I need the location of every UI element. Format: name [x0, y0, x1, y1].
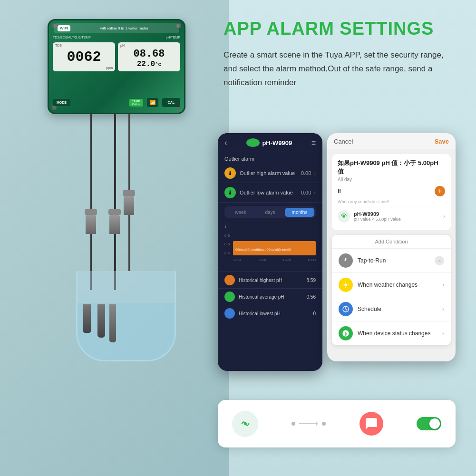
wifi-btn[interactable]: 📶 [147, 98, 158, 107]
hist-label-avg: Historical average pH [239, 294, 307, 300]
flow-arrow-head [316, 421, 321, 426]
device-name: pH-W9909 [262, 139, 292, 146]
probe-tip-mid [109, 304, 116, 342]
flow-message-icon [359, 412, 383, 436]
flow-line [299, 423, 318, 424]
left-label: TDS/EC/SALT/S.G/TEMP [53, 36, 91, 39]
tds-label: TDS [55, 44, 62, 47]
sun-icon [342, 281, 350, 289]
device-status-icon-wrap [339, 326, 353, 340]
toggle-switch[interactable] [417, 417, 441, 430]
tds-value: 0062 [57, 49, 111, 65]
hist-row-low: Historical lowest pH 0 [218, 305, 322, 321]
hist-icon-high [224, 275, 235, 285]
y-label-1: 1 [224, 224, 230, 229]
alarm-low-label: Outlier low alarm value [240, 190, 301, 195]
title-area: APP ALARM SETTINGS Create a smart scene … [223, 19, 466, 89]
tds-unit: ppm [106, 66, 113, 69]
if-section: If + [338, 186, 445, 196]
phone-right: Cancel Save 如果pH-W9909 pH 值：小于 5.00pH 值 … [327, 133, 456, 361]
tab-week[interactable]: week [226, 208, 255, 217]
x-labels: 12/24 12/26 12/28 12/30 [233, 258, 316, 262]
save-button[interactable]: Save [435, 138, 449, 145]
page-title: APP ALARM SETTINGS [223, 19, 466, 39]
cancel-button[interactable]: Cancel [334, 138, 353, 145]
tap-icon [342, 257, 350, 264]
alarm-high-row[interactable]: 🌡 Outlier high alarm value 0.00 › [218, 164, 322, 183]
ac-row-device-status[interactable]: When device status changes › [332, 321, 451, 345]
wifi-area: WIFI wifi online 6 in 1 water meter [54, 23, 179, 33]
alarm-low-icon: 🌡 [224, 187, 236, 198]
hist-row-avg: Historical average pH 0.56 [218, 288, 322, 305]
chart-y-labels: 1 0.8 0.6 0.4 [224, 224, 230, 255]
hist-value-low: 0 [313, 311, 316, 316]
hist-icon-low [224, 308, 235, 319]
svg-point-4 [342, 215, 345, 217]
device-condition-sub: pH value < 5.00pH value [354, 217, 443, 222]
water-glass [67, 257, 185, 361]
meter-displays: TDS 0062 ppm pH 08.68 22.0°C [53, 42, 180, 71]
cal-button[interactable]: CAL [162, 98, 180, 107]
clock-icon [342, 305, 350, 313]
weather-icon-wrap [339, 278, 353, 292]
hist-value-high: 8.59 [307, 278, 316, 283]
probe-tip-right [97, 304, 105, 338]
alarm-low-value: 0.00 [301, 190, 311, 195]
hist-value-avg: 0.56 [307, 294, 316, 300]
hist-label-low: Historical lowest pH [239, 311, 313, 316]
wifi-icon: WIFI [58, 25, 70, 31]
connector-left [85, 209, 97, 234]
weather-label: When weather changes [358, 282, 442, 288]
chart-area: 1 0.8 0.6 0.4 ûûnuruûûnuruûûnuruûûnuruûû… [224, 222, 316, 270]
meter-buttons: MODE TEMPCAL/+ 📶 CAL [53, 98, 180, 107]
schedule-chevron: › [442, 306, 444, 312]
connector-mid [108, 209, 121, 234]
ph-display: pH 08.68 22.0°C [118, 42, 180, 71]
probes-area [76, 114, 152, 390]
message-svg [365, 417, 378, 430]
chart-svg: ûûnuruûûnuruûûnuruûûnuruûûnuruûû [233, 224, 316, 255]
device-status-label: When device status changes [358, 330, 442, 337]
flow-dot-1 [291, 422, 295, 426]
ac-row-tap[interactable]: Tap-to-Run ○ [332, 249, 451, 273]
alarm-low-chevron: › [314, 190, 316, 195]
y-label-4: 0.4 [224, 251, 230, 255]
add-condition-button[interactable]: + [435, 186, 445, 196]
chart-bar-area: ûûnuruûûnuruûûnuruûûnuruûûnuruûû 12/24 1… [233, 224, 316, 255]
tap-icon-wrap [339, 253, 353, 268]
back-button[interactable]: ‹ [224, 138, 227, 148]
menu-icon[interactable]: ≡ [311, 139, 316, 147]
condition-block: 如果pH-W9909 pH 值：小于 5.00pH 值 All day If +… [332, 154, 451, 230]
x-label-1: 12/24 [233, 258, 242, 262]
ph-value: 08.68 [122, 48, 176, 60]
device-status-icon [342, 330, 350, 337]
if-label: If [338, 188, 341, 194]
meter-area: WIFI wifi online 6 in 1 water meter TDS/… [14, 10, 214, 371]
tab-months[interactable]: months [285, 208, 314, 217]
ac-row-schedule[interactable]: Schedule › [332, 297, 451, 321]
flow-arrow [291, 422, 326, 426]
condition-title: 如果pH-W9909 pH 值：小于 5.00pH 值 [338, 159, 445, 176]
time-tabs: week days months [224, 206, 316, 218]
hist-row-high: Historical highest pH 8.59 [218, 272, 322, 288]
meter-labels: TDS/EC/SALT/S.G/TEMP pH/TEMP [53, 36, 180, 39]
alarm-high-value: 0.00 [301, 170, 311, 176]
ph-label: pH [120, 44, 125, 47]
alarm-low-content: 🌡 Outlier low alarm value [224, 187, 301, 198]
x-label-2: 12/26 [258, 258, 266, 262]
flow-device-icon [232, 411, 258, 437]
tab-days[interactable]: days [255, 208, 285, 217]
right-label: pH/TEMP [166, 36, 180, 39]
alarm-low-row[interactable]: 🌡 Outlier low alarm value 0.00 › [218, 183, 322, 203]
temp-unit: °C [155, 62, 161, 68]
mode-button[interactable]: MODE [53, 99, 70, 106]
device-condition-item[interactable]: pH-W9909 pH value < 5.00pH value › [338, 207, 445, 225]
connector-right [123, 190, 135, 215]
ac-row-weather[interactable]: When weather changes › [332, 273, 451, 297]
add-condition-popup: Add Condition Tap-to-Run ○ [332, 235, 451, 345]
svg-point-12 [244, 422, 247, 425]
tap-label: Tap-to-Run [358, 257, 435, 264]
temp-cal-btn[interactable]: TEMPCAL/+ [129, 99, 143, 107]
y-label-3: 0.6 [224, 242, 230, 246]
tap-circle[interactable]: ○ [435, 256, 444, 265]
